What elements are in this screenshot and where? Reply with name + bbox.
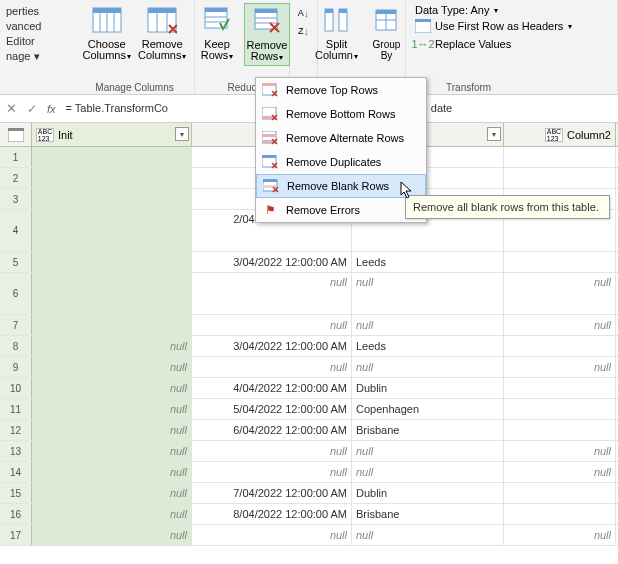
cell[interactable] (32, 210, 192, 252)
remove-rows-button[interactable]: RemoveRows▾ (244, 3, 290, 66)
cell[interactable]: null (32, 420, 192, 440)
row-number[interactable]: 7 (0, 315, 32, 335)
first-row-headers-button[interactable]: Use First Row as Headers▾ (412, 17, 575, 35)
cell[interactable]: 3/04/2022 12:00:00 AM (192, 252, 352, 272)
keep-rows-button[interactable]: KeepRows▾ (194, 3, 240, 66)
cell[interactable] (32, 315, 192, 335)
cell[interactable]: null (504, 462, 616, 482)
cell[interactable]: null (32, 525, 192, 545)
cell[interactable]: 8/04/2022 12:00:00 AM (192, 504, 352, 524)
cell[interactable]: null (192, 273, 352, 315)
cell[interactable]: null (504, 357, 616, 377)
menu-remove-errors[interactable]: ⚑Remove Errors (256, 198, 426, 222)
cell[interactable] (504, 168, 616, 188)
cell[interactable]: null (352, 525, 504, 545)
cell[interactable] (504, 504, 616, 524)
cell[interactable]: 6/04/2022 12:00:00 AM (192, 420, 352, 440)
cell[interactable]: null (32, 504, 192, 524)
formula-cancel-icon[interactable]: ✕ (6, 101, 17, 116)
row-number[interactable]: 16 (0, 504, 32, 524)
cell[interactable]: null (192, 441, 352, 461)
table-row[interactable]: 10null4/04/2022 12:00:00 AMDublin (0, 378, 618, 399)
sort-desc-button[interactable]: Z↓ (292, 22, 315, 40)
row-number[interactable]: 3 (0, 189, 32, 209)
row-number[interactable]: 1 (0, 147, 32, 167)
col-header-init[interactable]: ABC123 Init ▾ (32, 123, 192, 146)
remove-columns-button[interactable]: RemoveColumns▾ (137, 3, 189, 64)
cell[interactable]: null (192, 315, 352, 335)
cell[interactable]: Leeds (352, 336, 504, 356)
row-number[interactable]: 9 (0, 357, 32, 377)
col-header-column2[interactable]: ABC123 Column2 (504, 123, 616, 146)
cell[interactable]: null (32, 462, 192, 482)
cell[interactable]: 4/04/2022 12:00:00 AM (192, 378, 352, 398)
row-number[interactable]: 14 (0, 462, 32, 482)
cell[interactable]: null (192, 462, 352, 482)
table-row[interactable]: 13nullnullnullnull (0, 441, 618, 462)
cell[interactable]: null (32, 336, 192, 356)
table-row[interactable]: 14nullnullnullnull (0, 462, 618, 483)
cell[interactable] (504, 252, 616, 272)
cell[interactable]: null (32, 483, 192, 503)
row-number[interactable]: 5 (0, 252, 32, 272)
cell[interactable]: Leeds (352, 252, 504, 272)
cell[interactable]: null (352, 462, 504, 482)
row-number[interactable]: 17 (0, 525, 32, 545)
cell[interactable] (504, 378, 616, 398)
table-row[interactable]: 9nullnullnullnull (0, 357, 618, 378)
table-row[interactable]: 6nullnullnull (0, 273, 618, 315)
cell[interactable]: 5/04/2022 12:00:00 AM (192, 399, 352, 419)
menu-remove-duplicates[interactable]: Remove Duplicates (256, 150, 426, 174)
cell[interactable]: 3/04/2022 12:00:00 AM (192, 336, 352, 356)
row-number[interactable]: 15 (0, 483, 32, 503)
side-adv-editor[interactable]: vanced Editor (6, 19, 69, 49)
cell[interactable]: null (504, 525, 616, 545)
formula-accept-icon[interactable]: ✓ (27, 102, 37, 116)
cell[interactable] (32, 147, 192, 167)
cell[interactable] (32, 168, 192, 188)
cell[interactable]: null (192, 357, 352, 377)
table-row[interactable]: 17nullnullnullnull (0, 525, 618, 546)
cell[interactable]: null (32, 357, 192, 377)
menu-remove-bottom-rows[interactable]: Remove Bottom Rows (256, 102, 426, 126)
side-manage[interactable]: nage ▾ (6, 49, 69, 64)
table-row[interactable]: 11null5/04/2022 12:00:00 AMCopenhagen (0, 399, 618, 420)
replace-values-button[interactable]: 1↔2 Replace Values (412, 35, 514, 53)
cell[interactable]: null (192, 525, 352, 545)
side-properties[interactable]: perties (6, 4, 69, 19)
row-number[interactable]: 8 (0, 336, 32, 356)
cell[interactable] (32, 189, 192, 209)
sort-asc-button[interactable]: A↓ (292, 4, 315, 22)
corner-cell[interactable] (0, 123, 32, 146)
menu-remove-top-rows[interactable]: Remove Top Rows (256, 78, 426, 102)
cell[interactable]: Brisbane (352, 420, 504, 440)
cell[interactable]: Dublin (352, 378, 504, 398)
filter-dropdown-icon[interactable]: ▾ (487, 127, 501, 141)
cell[interactable]: null (352, 315, 504, 335)
row-number[interactable]: 6 (0, 273, 32, 314)
group-by-button[interactable]: GroupBy (364, 3, 410, 64)
row-number[interactable]: 2 (0, 168, 32, 188)
row-number[interactable]: 10 (0, 378, 32, 398)
table-row[interactable]: 12null6/04/2022 12:00:00 AMBrisbane (0, 420, 618, 441)
menu-remove-alternate-rows[interactable]: Remove Alternate Rows (256, 126, 426, 150)
row-number[interactable]: 11 (0, 399, 32, 419)
cell[interactable]: null (504, 441, 616, 461)
cell[interactable] (504, 483, 616, 503)
cell[interactable] (504, 147, 616, 167)
row-number[interactable]: 4 (0, 210, 32, 251)
table-row[interactable]: 15null7/04/2022 12:00:00 AMDublin (0, 483, 618, 504)
data-type-button[interactable]: Data Type: Any▾ (412, 3, 501, 17)
cell[interactable]: Brisbane (352, 504, 504, 524)
row-number[interactable]: 12 (0, 420, 32, 440)
table-row[interactable]: 8null3/04/2022 12:00:00 AMLeeds (0, 336, 618, 357)
split-column-button[interactable]: SplitColumn▾ (314, 3, 360, 64)
row-number[interactable]: 13 (0, 441, 32, 461)
cell[interactable]: null (32, 399, 192, 419)
cell[interactable]: null (352, 441, 504, 461)
cell[interactable]: null (32, 441, 192, 461)
cell[interactable]: null (504, 273, 616, 315)
cell[interactable] (504, 399, 616, 419)
cell[interactable] (504, 420, 616, 440)
table-row[interactable]: 16null8/04/2022 12:00:00 AMBrisbane (0, 504, 618, 525)
